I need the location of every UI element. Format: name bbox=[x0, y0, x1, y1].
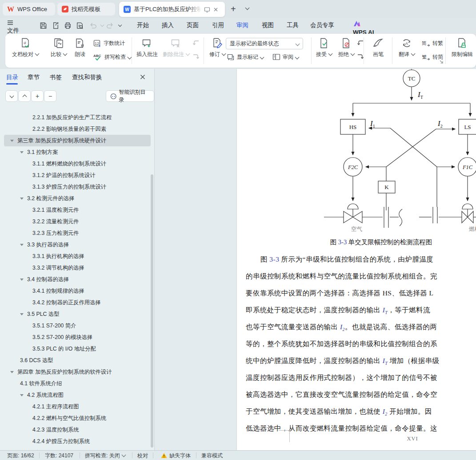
toc-item[interactable]: 3.5.3 PLC 的 I/O 地址分配 bbox=[4, 343, 151, 355]
print-preview-icon[interactable] bbox=[76, 21, 84, 30]
toc-item[interactable]: 3.5 PLC 选型 bbox=[4, 308, 151, 320]
toc-item[interactable]: 3.1.3 炉膛压力的控制系统设计 bbox=[4, 181, 151, 193]
sidebar-tab-find-replace[interactable]: 查找和替换 bbox=[72, 73, 102, 81]
toc-item[interactable]: 3.4.1 控制规律的选择 bbox=[4, 285, 151, 297]
menu-tab-view[interactable]: 视图 bbox=[258, 20, 277, 31]
insert-comment-button[interactable]: 插入批注 bbox=[133, 37, 161, 58]
wps-ai-button[interactable]: WPS AI bbox=[349, 20, 378, 31]
menu-tab-tools[interactable]: 工具 bbox=[283, 20, 302, 31]
toc-item[interactable]: 3.2.3 压力检测元件 bbox=[4, 227, 151, 239]
doc-proofread-button[interactable]: a 文档校对 bbox=[11, 37, 40, 58]
page-indicator[interactable]: 页面: 16/62 bbox=[7, 452, 34, 459]
collapse-caret-icon[interactable] bbox=[10, 371, 14, 373]
sidebar-tab-bookmarks[interactable]: 书签 bbox=[50, 73, 62, 81]
tab-docer-templates[interactable]: 找稻壳模板 bbox=[57, 3, 115, 16]
document-page[interactable]: TC IT HS LS I1 I2 bbox=[236, 69, 476, 450]
sidebar-tab-toc[interactable]: 目录 bbox=[6, 73, 18, 81]
menu-tab-reference[interactable]: 引用 bbox=[208, 20, 228, 31]
simplified-to-traditional-button[interactable]: 简 转繁 bbox=[421, 38, 443, 48]
toc-item[interactable]: 3.3.1 执行机构的选择 bbox=[4, 250, 151, 262]
next-change-button[interactable] bbox=[356, 52, 367, 62]
new-tab-button[interactable]: + bbox=[231, 4, 236, 14]
toc-item[interactable]: 3.1.1 燃料燃烧的控制系统设计 bbox=[4, 158, 151, 169]
save-icon[interactable] bbox=[39, 21, 48, 30]
collapse-toc-button[interactable] bbox=[18, 90, 31, 102]
toc-item[interactable]: 3.1.2 炉温的控制系统设计 bbox=[4, 169, 151, 181]
toc-item[interactable]: 4.1 软件系统介绍 bbox=[4, 378, 151, 389]
collapse-caret-icon[interactable] bbox=[20, 278, 24, 281]
collapse-caret-icon[interactable] bbox=[10, 140, 14, 142]
collapse-caret-icon[interactable] bbox=[20, 313, 24, 315]
menu-tab-review-active[interactable]: 审阅 bbox=[233, 20, 252, 31]
export-icon[interactable] bbox=[52, 21, 60, 30]
toc-item[interactable]: 第四章 加热反应炉控制系统的软件设计 bbox=[4, 366, 151, 378]
review-pane-button[interactable]: 审阅 bbox=[272, 52, 299, 62]
translate-button[interactable]: A 翻译 bbox=[394, 37, 420, 58]
toc-item[interactable]: 3.3.2 调节机构的选择 bbox=[4, 262, 151, 274]
toc-item[interactable]: 4.2.1 主程序流程图 bbox=[4, 401, 151, 412]
toc-item[interactable]: 3.2.1 温度检测元件 bbox=[4, 204, 151, 216]
spellcheck-status[interactable]: 拼写检查: 关闭 bbox=[85, 452, 125, 459]
toc-item-label: 3.1.2 炉温的控制系统设计 bbox=[32, 169, 95, 181]
toc-item[interactable]: 4.2 系统流程图 bbox=[4, 389, 151, 401]
toc-item[interactable]: 4.2.2 燃料与空气比值控制系统 bbox=[4, 412, 151, 424]
zoom-out-toc-button[interactable]: − bbox=[44, 90, 56, 102]
group-dialog-expander-icon[interactable] bbox=[439, 60, 444, 64]
toc-item[interactable]: 第三章 加热反应炉控制系统硬件设计 bbox=[4, 135, 151, 146]
menu-tab-member[interactable]: 会员专享 bbox=[307, 20, 338, 31]
tab-wps-office[interactable]: W WPS Office bbox=[3, 3, 55, 16]
word-count-button[interactable]: 12 字数统计 bbox=[93, 38, 125, 48]
file-menu[interactable]: 文件 bbox=[4, 20, 23, 31]
toc-item[interactable]: 4.3 程序编制 bbox=[4, 447, 151, 450]
expand-toc-button[interactable] bbox=[5, 90, 18, 102]
toc-item[interactable]: 3.4.2 控制器的正反作用选择 bbox=[4, 297, 151, 308]
toc-item[interactable]: 2.2.1 加热反应炉的生产工艺流程 bbox=[4, 112, 151, 123]
body-text[interactable]: 图 3-3 所示为“串级和比值控制组合的系统，由炉膛温度的串级控制系统和燃料与空… bbox=[246, 251, 476, 437]
smart-recognize-toc-button[interactable]: 智能识别目录 bbox=[106, 90, 154, 102]
toc-item[interactable]: 3.1 控制方案 bbox=[4, 146, 151, 158]
markup-state-select[interactable]: 显示标记的最终状态 bbox=[226, 38, 303, 49]
tab-list-chevron-icon[interactable] bbox=[245, 6, 250, 10]
toc-item[interactable]: 2.2.2 影响钢坯质量的若干因素 bbox=[4, 123, 151, 135]
toc-item[interactable]: 3.5.2 S7-200 的模块选择 bbox=[4, 331, 151, 343]
collapse-caret-icon[interactable] bbox=[20, 151, 24, 153]
spell-check-button[interactable]: ABC 拼写检查 bbox=[93, 52, 131, 62]
read-aloud-button[interactable]: 朗读 bbox=[68, 37, 92, 58]
toc-item[interactable]: 3.4 控制器的选择 bbox=[4, 274, 151, 285]
missing-font-warning[interactable]: 缺失字体 bbox=[161, 452, 191, 459]
collapse-caret-icon[interactable] bbox=[20, 198, 24, 200]
proofread-status-button[interactable]: 校对 bbox=[137, 452, 148, 459]
close-sidebar-icon[interactable] bbox=[139, 73, 147, 81]
menu-tab-page[interactable]: 页面 bbox=[183, 20, 202, 31]
toc-item[interactable]: 3.2 检测元件的选择 bbox=[4, 193, 151, 204]
collapse-caret-icon[interactable] bbox=[20, 244, 24, 246]
toc-item[interactable]: 3.5.1 S7-200 简介 bbox=[4, 320, 151, 331]
zoom-in-toc-button[interactable]: + bbox=[31, 90, 44, 102]
print-icon[interactable] bbox=[64, 21, 72, 30]
open-in-window-icon[interactable] bbox=[204, 7, 210, 12]
ribbon-toolbar: a 文档校对 比较 朗读 12 字数统计 ABC 拼写检查 插入批注 删除批注 bbox=[5, 34, 476, 68]
menu-tab-home[interactable]: 开始 bbox=[133, 20, 152, 31]
reject-change-button[interactable]: 拒绝 bbox=[335, 37, 357, 58]
accept-change-button[interactable]: 接受 bbox=[313, 37, 335, 58]
toc-item[interactable]: 3.6 DCS 选型 bbox=[4, 355, 151, 366]
word-count-indicator[interactable]: 字数: 24107 bbox=[45, 452, 73, 459]
sidebar-scrollbar[interactable] bbox=[151, 174, 153, 448]
wps-office-window: W WPS Office 找稻壳模板 W 基于PLC的加热反应炉控制系统 + bbox=[0, 0, 476, 460]
close-tab-icon[interactable] bbox=[213, 7, 219, 12]
restrict-editing-button[interactable]: 限制编辑 bbox=[448, 37, 476, 58]
ink-brush-button[interactable]: 画笔 bbox=[366, 37, 390, 58]
compatibility-mode-badge[interactable]: 兼容模式 bbox=[201, 452, 223, 459]
show-markup-button[interactable]: 显示标记 bbox=[227, 52, 264, 62]
menu-tab-insert[interactable]: 插入 bbox=[158, 20, 177, 31]
previous-change-button[interactable] bbox=[356, 38, 367, 48]
diagram-label-k: K bbox=[384, 184, 389, 190]
tab-document-active[interactable]: W 基于PLC的加热反应炉控制系统 bbox=[119, 2, 225, 17]
toc-item[interactable]: 4.2.3 温度控制系统 bbox=[4, 424, 151, 436]
toolbar-more-chevron-icon[interactable] bbox=[118, 23, 122, 27]
sidebar-tab-chapters[interactable]: 章节 bbox=[28, 73, 40, 81]
toc-item[interactable]: 3.3 执行器的选择 bbox=[4, 239, 151, 250]
toc-item[interactable]: 4.2.4 炉膛压力控制系统 bbox=[4, 436, 151, 447]
toc-item[interactable]: 3.2.2 流量检测元件 bbox=[4, 216, 151, 227]
collapse-caret-icon[interactable] bbox=[20, 394, 24, 396]
